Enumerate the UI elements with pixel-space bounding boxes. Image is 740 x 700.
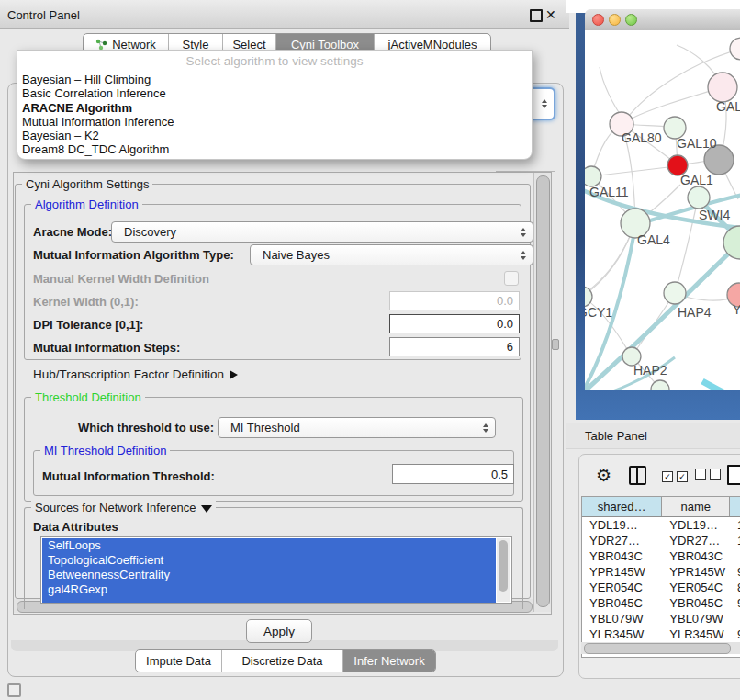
node-label-gal4: GAL4	[637, 232, 670, 247]
mi-steps-field[interactable]: 6	[389, 337, 520, 356]
manual-kernel-checkbox[interactable]	[504, 271, 519, 286]
kernel-width-value: 0.0	[497, 294, 513, 308]
table-row[interactable]: YER054CYER054C8.	[582, 580, 740, 595]
export-table-icon[interactable]	[727, 465, 740, 485]
table-row[interactable]: YLR345WYLR345W9.	[582, 627, 740, 642]
float-window-icon[interactable]	[530, 9, 543, 22]
table-row[interactable]: YDL19…YDL19…13	[582, 517, 740, 533]
table-row[interactable]: YBR045CYBR045C9.	[582, 595, 740, 611]
node-label-gcy1: GCY1	[585, 305, 612, 320]
algorithm-option[interactable]: Bayesian – Hill Climbing	[22, 73, 532, 86]
table-cell: YDR27…	[662, 534, 730, 548]
column-header-3[interactable]: A	[730, 497, 740, 516]
node-hap4[interactable]	[664, 282, 686, 304]
mi-threshold-group-title: MI Threshold Definition	[40, 444, 170, 457]
node-gal11[interactable]	[585, 166, 601, 186]
combo-arrows-icon	[521, 228, 526, 237]
node-label-gal: GAL	[716, 99, 740, 114]
table-row[interactable]: YBR043CYBR043C	[582, 548, 740, 564]
split-pane-handle[interactable]	[552, 339, 559, 350]
table-cell: YPR145W	[662, 565, 730, 579]
dropdown-placeholder: Select algorithm to view settings	[17, 51, 532, 73]
attribute-item-partial	[42, 597, 496, 603]
collapse-down-icon[interactable]	[201, 505, 212, 513]
algorithm-option[interactable]: Dream8 DC_TDC Algorithm	[22, 142, 532, 156]
mi-algorithm-type-value: Naive Bayes	[263, 248, 330, 262]
mi-steps-label: Mutual Information Steps:	[33, 341, 180, 355]
column-header-1[interactable]: shared…	[582, 497, 662, 516]
tab-impute-data[interactable]: Impute Data	[136, 650, 222, 672]
node-pink-top[interactable]	[708, 73, 737, 102]
node-label-gal10: GAL10	[677, 136, 717, 151]
node-table[interactable]: shared…nameA YDL19…YDL19…13YDR27…YDR27…1…	[581, 496, 740, 658]
list-scrollbar[interactable]	[497, 538, 510, 602]
attribute-item[interactable]: SelfLoops	[42, 538, 496, 553]
minimize-traffic-light-icon[interactable]	[609, 14, 621, 26]
attribute-item[interactable]: BetweennessCentrality	[42, 568, 496, 582]
apply-label: Apply	[263, 625, 295, 638]
hub-definition-toggle[interactable]: Hub/Transcription Factor Definition	[33, 367, 238, 381]
close-icon[interactable]: ✕	[545, 8, 556, 21]
aracne-mode-combo[interactable]: Discovery	[111, 221, 533, 243]
data-attributes-list[interactable]: SelfLoopsTopologicalCoefficientBetweenne…	[40, 536, 512, 604]
table-cell: YDR27…	[582, 534, 662, 548]
table-cell: YBR043C	[662, 549, 730, 563]
algorithm-option[interactable]: Mutual Information Inference	[22, 115, 532, 129]
columns-icon[interactable]	[629, 466, 646, 485]
column-header-2[interactable]: name	[662, 497, 730, 516]
table-cell: YLR345W	[582, 627, 662, 641]
tab-label: Discretize Data	[241, 654, 322, 668]
table-horizontal-scrollbar[interactable]	[581, 642, 740, 654]
mi-steps-value: 6	[507, 340, 513, 354]
apply-button[interactable]: Apply	[246, 619, 312, 643]
kernel-width-field[interactable]: 0.0	[389, 291, 520, 310]
list-scrollbar-thumb[interactable]	[499, 540, 508, 592]
table-cell: YBR045C	[582, 596, 662, 610]
control-panel-title: Control Panel	[7, 8, 80, 22]
algorithm-option[interactable]: Basic Correlation Inference	[22, 86, 532, 100]
combo-arrows-icon	[483, 423, 488, 433]
gear-icon[interactable]: ⚙	[596, 466, 611, 484]
table-cell: 13	[730, 518, 740, 532]
table-row[interactable]: YPR145WYPR145W9.	[582, 564, 740, 580]
deselect-all-checks-icon[interactable]	[695, 469, 724, 482]
expand-right-icon	[230, 370, 238, 379]
node-cut-top[interactable]	[730, 38, 740, 60]
node-swi4[interactable]	[688, 186, 710, 209]
select-all-checks-icon[interactable]: ✓✓	[662, 469, 691, 482]
network-window-titlebar[interactable]	[585, 9, 740, 31]
kernel-width-label: Kernel Width (0,1):	[33, 295, 139, 309]
attribute-item[interactable]: TopologicalCoefficient	[42, 553, 496, 568]
node-label-hap2: HAP2	[633, 363, 667, 378]
table-cell: YBR043C	[582, 549, 662, 563]
table-cell: YER054C	[582, 581, 662, 594]
zoom-traffic-light-icon[interactable]	[625, 14, 637, 26]
vertical-scrollbar[interactable]	[533, 173, 551, 612]
which-threshold-label: Which threshold to use:	[78, 421, 214, 435]
attribute-item[interactable]: gal4RGexp	[42, 582, 496, 597]
algorithm-option[interactable]: ARACNE Algorithm	[22, 101, 532, 115]
table-panel: ⚙ ✓✓ shared…nameA YDL19…YDL19…13YDR27…YD…	[578, 454, 740, 679]
tab-infer-network[interactable]: Infer Network	[343, 650, 435, 672]
table-row[interactable]: YBL079WYBL079W	[582, 611, 740, 627]
table-row[interactable]: YDR27…YDR27…12	[582, 533, 740, 548]
close-traffic-light-icon[interactable]	[592, 14, 604, 26]
table-cell: YPR145W	[582, 565, 662, 579]
mi-threshold-field[interactable]: 0.5	[392, 464, 514, 484]
algorithm-option[interactable]: Bayesian – K2	[22, 129, 532, 142]
network-canvas[interactable]: GALGAL80GAL10GAL1GAL11SWI4GAL4GCY1HAP4YH…	[585, 30, 740, 390]
table-cell: YDL19…	[662, 518, 730, 532]
tab-discretize-data[interactable]: Discretize Data	[222, 650, 343, 672]
mi-threshold-value: 0.5	[491, 468, 508, 481]
which-threshold-combo[interactable]: MI Threshold	[218, 417, 496, 438]
table-panel-titlebar: Table Panel	[566, 423, 740, 449]
dock-panel-icon[interactable]	[7, 683, 21, 697]
vertical-scrollbar-thumb[interactable]	[536, 175, 550, 607]
table-cell: YBL079W	[582, 612, 662, 626]
table-scrollbar-thumb[interactable]	[584, 643, 731, 654]
table-body: YDL19…YDL19…13YDR27…YDR27…12YBR043CYBR04…	[582, 517, 740, 658]
manual-kernel-label: Manual Kernel Width Definition	[33, 272, 209, 286]
table-cell: YBL079W	[662, 612, 730, 626]
dpi-tolerance-field[interactable]: 0.0	[389, 314, 520, 333]
mi-algorithm-type-combo[interactable]: Naive Bayes	[250, 244, 533, 265]
